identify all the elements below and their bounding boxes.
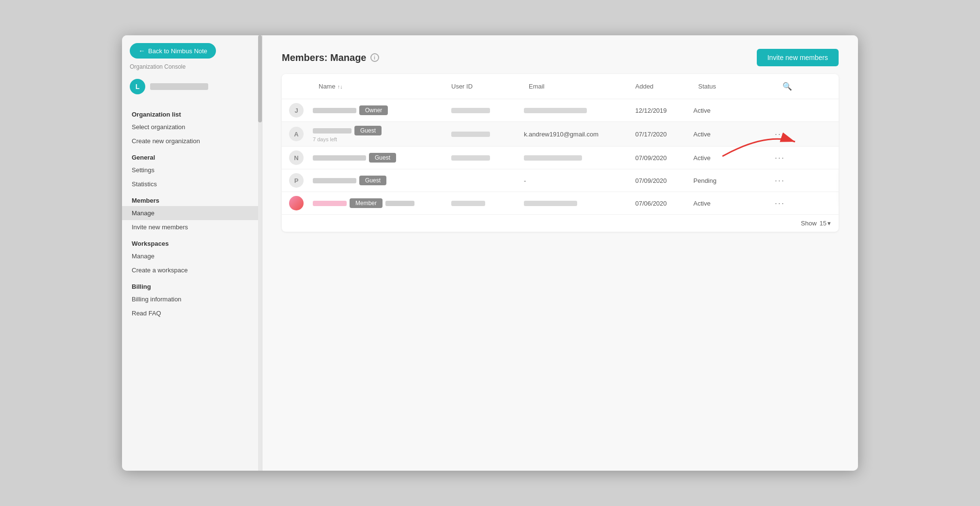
table-row: J Owner 12/12/2019 Active	[282, 99, 839, 122]
sidebar: ← Back to Nimbus Note Organization Conso…	[122, 35, 262, 471]
th-userid: User ID	[446, 80, 524, 93]
userid-cell	[446, 108, 524, 113]
sidebar-nav: Organization list Select organization Cr…	[122, 101, 262, 471]
email-blur	[524, 201, 577, 206]
status-pending: Pending	[693, 177, 771, 184]
members-table: Name ↑↓ User ID Email Added Status 🔍 J O…	[282, 74, 839, 232]
name-blur	[313, 178, 356, 183]
userid-cell	[446, 178, 524, 183]
role-badge-owner: Owner	[359, 105, 388, 115]
sidebar-item-settings[interactable]: Settings	[122, 163, 262, 177]
userid-blur	[451, 132, 490, 137]
sidebar-item-select-org[interactable]: Select organization	[122, 120, 262, 134]
back-arrow-icon: ←	[138, 47, 145, 55]
section-title-workspaces: Workspaces	[122, 234, 262, 249]
sidebar-item-manage[interactable]: Manage	[122, 206, 262, 220]
section-title-org-list: Organization list	[122, 105, 262, 120]
status-active: Active	[693, 131, 771, 138]
org-console-label: Organization Console	[122, 62, 262, 75]
section-title-members: Members	[122, 191, 262, 206]
sidebar-item-statistics[interactable]: Statistics	[122, 177, 262, 191]
menu-cell: ···	[771, 151, 800, 165]
sidebar-item-create-workspace[interactable]: Create a workspace	[122, 263, 262, 277]
name-cell-p: Guest	[311, 176, 446, 185]
th-added: Added	[630, 80, 693, 93]
name-cell-member: Member	[311, 198, 446, 208]
added-date: 12/12/2019	[630, 107, 693, 114]
back-button-label: Back to Nimbus Note	[148, 47, 207, 55]
status-active: Active	[693, 107, 771, 114]
info-icon[interactable]: i	[370, 53, 379, 62]
page-header: Members: Manage i Invite new members	[262, 35, 858, 74]
more-options-button[interactable]: ···	[771, 196, 789, 210]
menu-cell: ··· Delete fro	[771, 127, 800, 141]
name-cell-j: Owner	[311, 105, 446, 115]
invite-new-members-button[interactable]: Invite new members	[757, 49, 839, 66]
email-blur	[524, 108, 587, 113]
email-cell	[524, 201, 630, 206]
app-window: ← Back to Nimbus Note Organization Conso…	[122, 35, 858, 471]
table-row: Member 07/06/2020 Active ···	[282, 192, 839, 215]
th-name: Name ↑↓	[311, 80, 446, 93]
row-avatar-n: N	[289, 150, 304, 165]
table-header-row: Name ↑↓ User ID Email Added Status 🔍	[282, 74, 839, 99]
main-content: Members: Manage i Invite new members Nam…	[262, 35, 858, 471]
dropdown-arrow-icon: ▾	[827, 220, 831, 227]
th-status: Status	[693, 80, 771, 93]
email-cell: k.andrew1910@gmail.com	[524, 131, 630, 138]
name-cell-n: Guest	[311, 153, 446, 163]
userid-cell	[446, 155, 524, 161]
status-active: Active	[693, 200, 771, 207]
email-cell: -	[524, 177, 630, 184]
page-title: Members: Manage i	[282, 52, 379, 63]
menu-cell: ···	[771, 174, 800, 188]
more-options-button[interactable]: ···	[771, 151, 789, 165]
userid-cell	[446, 201, 524, 206]
userid-cell	[446, 132, 524, 137]
back-to-nimbus-button[interactable]: ← Back to Nimbus Note	[130, 43, 216, 59]
user-avatar: L	[130, 79, 145, 94]
added-date: 07/06/2020	[630, 200, 693, 207]
sort-icons[interactable]: ↑↓	[337, 84, 343, 89]
section-title-general: General	[122, 148, 262, 163]
days-left-label: 7 days left	[313, 136, 446, 142]
scrollbar-track	[258, 35, 262, 471]
role-badge-guest: Guest	[369, 153, 396, 163]
more-options-button[interactable]: ···	[771, 127, 789, 141]
sidebar-item-read-faq[interactable]: Read FAQ	[122, 306, 262, 320]
sidebar-item-invite[interactable]: Invite new members	[122, 220, 262, 234]
table-row: P Guest - 07/09/2020 Pending ···	[282, 169, 839, 192]
table-row: N Guest 07/09/2020 Active ···	[282, 147, 839, 169]
sidebar-item-create-org[interactable]: Create new organization	[122, 134, 262, 148]
search-icon[interactable]: 🔍	[771, 79, 800, 94]
scrollbar-thumb[interactable]	[258, 35, 262, 122]
user-name-blurred	[150, 83, 208, 90]
sidebar-item-ws-manage[interactable]: Manage	[122, 249, 262, 263]
name-blur-2	[385, 201, 414, 206]
added-date: 07/09/2020	[630, 154, 693, 162]
row-avatar-pink	[289, 196, 304, 210]
email-cell	[524, 155, 630, 161]
show-count-value: 15	[820, 220, 827, 227]
role-badge-guest: Guest	[354, 126, 382, 135]
th-name-label: Name	[319, 83, 336, 90]
role-badge-member: Member	[350, 198, 383, 208]
name-blur	[313, 155, 366, 161]
sidebar-item-billing-info[interactable]: Billing information	[122, 292, 262, 306]
show-label: Show	[801, 220, 817, 227]
status-active: Active	[693, 154, 771, 162]
section-title-billing: Billing	[122, 277, 262, 292]
user-row: L	[122, 75, 262, 101]
row-avatar-pink-wrapper	[282, 196, 311, 210]
table-row: A Guest 7 days left k.andrew1910@gmail.c…	[282, 122, 839, 147]
name-blur	[313, 201, 347, 206]
menu-cell: ···	[771, 196, 800, 210]
name-cell-a: Guest 7 days left	[311, 126, 446, 142]
more-options-button[interactable]: ···	[771, 174, 789, 188]
userid-blur	[451, 155, 490, 161]
show-count-dropdown[interactable]: 15 ▾	[820, 220, 831, 227]
row-avatar-j: J	[289, 103, 304, 118]
th-email: Email	[524, 80, 630, 93]
email-blur	[524, 155, 582, 161]
userid-blur	[451, 201, 485, 206]
